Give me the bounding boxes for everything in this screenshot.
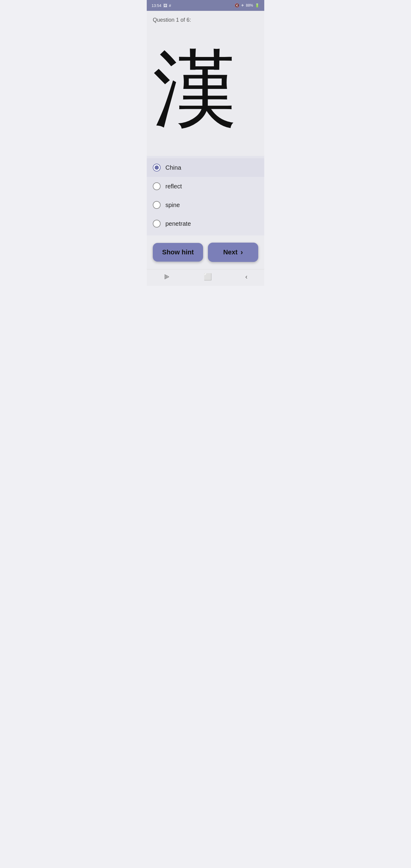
next-button-label: Next: [223, 248, 238, 256]
option-reflect[interactable]: reflect: [147, 177, 264, 195]
battery-display: 88%: [246, 3, 253, 7]
bottom-buttons: Show hint Next ›: [147, 236, 264, 269]
photo-icon: 🖼: [163, 3, 167, 8]
status-left: 13:54 🖼 #: [152, 3, 171, 8]
question-label: Question 1 of 6:: [147, 11, 264, 26]
show-hint-button[interactable]: Show hint: [153, 243, 203, 261]
option-reflect-text: reflect: [165, 183, 182, 190]
kanji-display-area: 漢: [147, 26, 264, 156]
option-china-text: China: [165, 164, 181, 171]
options-section: China reflect spine penetrate: [147, 156, 264, 236]
battery-icon: 🔋: [255, 3, 259, 7]
nav-bar: ⫸ ⬜ ‹: [147, 269, 264, 286]
hash-icon: #: [169, 3, 171, 8]
airplane-icon: ✈: [241, 3, 244, 7]
radio-penetrate: [153, 220, 161, 227]
status-right: 🔇 ✈ 88% 🔋: [235, 3, 259, 7]
mute-icon: 🔇: [235, 3, 239, 7]
main-content: Question 1 of 6: 漢 China reflect spine p…: [147, 11, 264, 269]
nav-back-icon[interactable]: ‹: [245, 273, 247, 281]
option-china[interactable]: China: [147, 158, 264, 177]
radio-reflect: [153, 182, 161, 190]
option-spine-text: spine: [165, 202, 180, 209]
next-button[interactable]: Next ›: [208, 243, 258, 262]
kanji-character: 漢: [153, 47, 237, 132]
nav-home-icon[interactable]: ⬜: [204, 273, 212, 281]
next-arrow-icon: ›: [241, 248, 243, 256]
option-spine[interactable]: spine: [147, 195, 264, 214]
status-bar: 13:54 🖼 # 🔇 ✈ 88% 🔋: [147, 0, 264, 11]
nav-recent-apps-icon[interactable]: ⫸: [164, 273, 170, 281]
time-display: 13:54: [152, 3, 161, 8]
option-penetrate-text: penetrate: [165, 220, 191, 227]
radio-spine: [153, 201, 161, 209]
option-penetrate[interactable]: penetrate: [147, 214, 264, 233]
radio-china: [153, 164, 161, 172]
